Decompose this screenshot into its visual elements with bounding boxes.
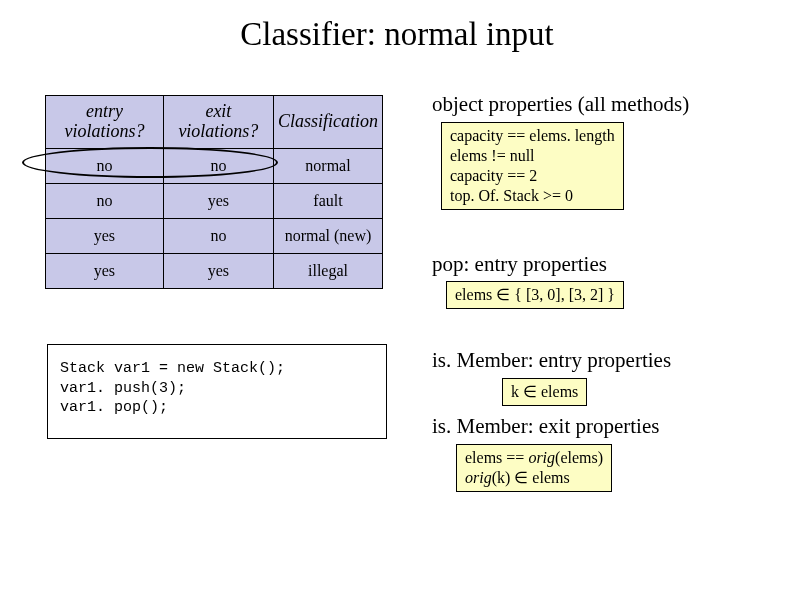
prop-line: elems == orig(elems) [465,448,603,468]
orig-text: orig [528,449,555,466]
prop-line: orig(k) ∈ elems [465,468,603,488]
object-properties-header: object properties (all methods) [432,92,689,117]
highlight-ellipse [22,147,278,178]
text: (elems) [555,449,603,466]
prop-line: top. Of. Stack >= 0 [450,186,615,206]
cell-entry: yes [46,218,164,253]
col-exit-violations: exit violations? [163,96,273,149]
cell-cls: fault [273,183,382,218]
ismember-entry-header: is. Member: entry properties [432,348,671,373]
prop-line: capacity == 2 [450,166,615,186]
ismember-exit-header: is. Member: exit properties [432,414,659,439]
ismember-entry-box: k ∈ elems [502,378,587,406]
cell-entry: yes [46,253,164,288]
pop-entry-header: pop: entry properties [432,252,607,277]
text: (k) ∈ elems [492,469,570,486]
prop-line: elems ∈ { [3, 0], [3, 2] } [455,285,615,305]
table-row: no yes fault [46,183,383,218]
prop-line: elems != null [450,146,615,166]
cell-cls: normal [273,148,382,183]
text: elems == [465,449,528,466]
pop-entry-box: elems ∈ { [3, 0], [3, 2] } [446,281,624,309]
cell-cls: normal (new) [273,218,382,253]
object-properties-box: capacity == elems. length elems != null … [441,122,624,210]
table-row: yes yes illegal [46,253,383,288]
code-snippet: Stack var1 = new Stack(); var1. push(3);… [47,344,387,439]
cell-cls: illegal [273,253,382,288]
orig-text: orig [465,469,492,486]
col-classification: Classification [273,96,382,149]
cell-entry: no [46,183,164,218]
prop-line: capacity == elems. length [450,126,615,146]
table-row: yes no normal (new) [46,218,383,253]
prop-line: k ∈ elems [511,382,578,402]
slide-title: Classifier: normal input [0,16,794,53]
cell-exit: no [163,218,273,253]
cell-exit: yes [163,253,273,288]
ismember-exit-box: elems == orig(elems) orig(k) ∈ elems [456,444,612,492]
col-entry-violations: entry violations? [46,96,164,149]
cell-exit: yes [163,183,273,218]
classification-table: entry violations? exit violations? Class… [45,95,383,289]
